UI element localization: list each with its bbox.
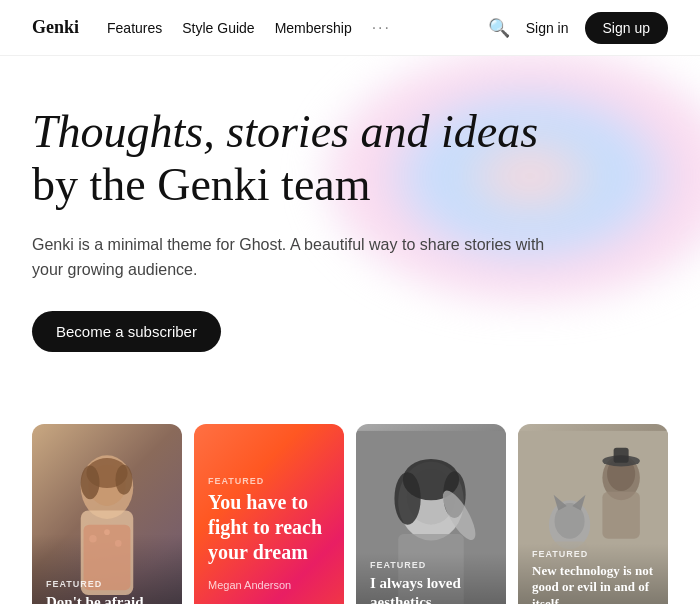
navbar: Genki Features Style Guide Membership ··… (0, 0, 700, 56)
card-1-title: Don't be afraid (46, 593, 168, 604)
hero-description: Genki is a minimal theme for Ghost. A be… (32, 232, 552, 283)
card-3-featured-label: FEATURED (370, 560, 492, 570)
card-1-featured-label: FEATURED (46, 579, 168, 589)
featured-cards-section: FEATURED Don't be afraid Lauren Langford… (0, 392, 700, 604)
card-2-featured-label: FEATURED (208, 476, 330, 486)
card-3-overlay: FEATURED I always loved aesthetics Victo… (356, 424, 506, 604)
nav-right: 🔍 Sign in Sign up (488, 12, 668, 44)
card-4-overlay: FEATURED New technology is not good or e… (518, 424, 668, 604)
card-dont-be-afraid[interactable]: FEATURED Don't be afraid Lauren Langford (32, 424, 182, 604)
card-2-overlay: FEATURED You have to fight to reach your… (194, 424, 344, 604)
nav-more-button[interactable]: ··· (372, 19, 391, 37)
site-logo[interactable]: Genki (32, 17, 79, 38)
search-button[interactable]: 🔍 (488, 17, 510, 39)
card-aesthetics[interactable]: FEATURED I always loved aesthetics Victo… (356, 424, 506, 604)
subscriber-button[interactable]: Become a subscriber (32, 311, 221, 352)
hero-section: Thoughts, stories and ideas by the Genki… (0, 56, 700, 392)
card-1-overlay: FEATURED Don't be afraid Lauren Langford (32, 424, 182, 604)
hero-title: Thoughts, stories and ideas by the Genki… (32, 106, 552, 212)
nav-left: Genki Features Style Guide Membership ··… (32, 17, 391, 38)
signin-button[interactable]: Sign in (526, 20, 569, 36)
hero-content: Thoughts, stories and ideas by the Genki… (32, 106, 552, 352)
card-4-featured-label: FEATURED (532, 549, 654, 559)
nav-link-membership[interactable]: Membership (275, 20, 352, 36)
hero-title-normal: by the Genki team (32, 159, 371, 210)
card-4-title: New technology is not good or evil in an… (532, 563, 654, 604)
search-icon: 🔍 (488, 18, 510, 38)
card-2-title: You have to fight to reach your dream (208, 490, 330, 565)
nav-link-features[interactable]: Features (107, 20, 162, 36)
hero-title-italic: Thoughts, stories and ideas (32, 106, 538, 157)
card-technology[interactable]: FEATURED New technology is not good or e… (518, 424, 668, 604)
nav-link-styleguide[interactable]: Style Guide (182, 20, 254, 36)
nav-links: Features Style Guide Membership ··· (107, 19, 391, 37)
card-3-title: I always loved aesthetics (370, 574, 492, 604)
signup-button[interactable]: Sign up (585, 12, 668, 44)
card-fight-dream[interactable]: FEATURED You have to fight to reach your… (194, 424, 344, 604)
card-2-author: Megan Anderson (208, 579, 330, 591)
